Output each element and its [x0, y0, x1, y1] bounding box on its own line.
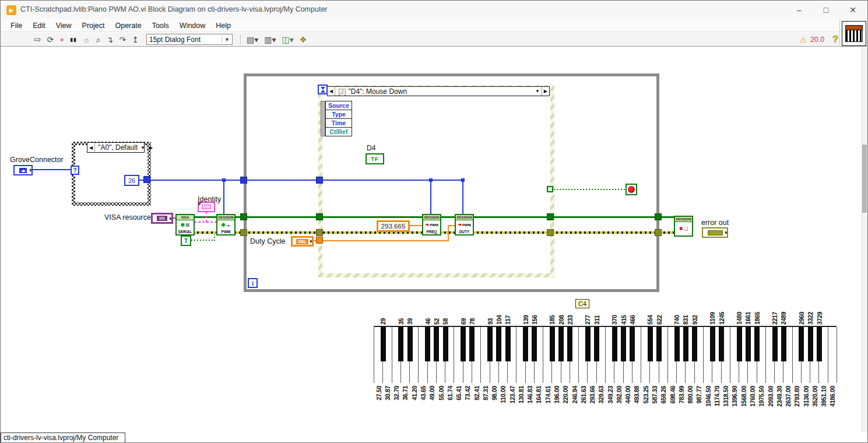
- pause-button-icon[interactable]: ▮▮: [67, 33, 80, 46]
- case-numeric-constant[interactable]: 26: [124, 175, 139, 186]
- black-key[interactable]: [594, 327, 599, 361]
- black-key[interactable]: [808, 327, 813, 361]
- black-key[interactable]: [407, 327, 413, 361]
- black-key[interactable]: [434, 327, 439, 361]
- help-icon[interactable]: ?: [832, 34, 838, 45]
- black-key[interactable]: [443, 327, 448, 361]
- white-key-frequency: 2793.80: [793, 386, 800, 407]
- black-key[interactable]: [746, 327, 751, 361]
- menu-help[interactable]: Help: [210, 22, 236, 30]
- resize-objects-icon[interactable]: ◫▾: [279, 33, 297, 46]
- pwm-session-close-block[interactable]: SESSION ✖❏: [674, 216, 693, 237]
- vi-icon[interactable]: [842, 21, 866, 46]
- menu-tools[interactable]: Tools: [147, 22, 174, 30]
- black-key[interactable]: [469, 327, 475, 361]
- error-out-indicator[interactable]: [702, 227, 728, 238]
- black-key[interactable]: [719, 327, 724, 361]
- black-key[interactable]: [461, 327, 466, 361]
- event-next-arrow[interactable]: ▶: [542, 87, 549, 96]
- black-key[interactable]: [398, 327, 403, 361]
- frequency-constant[interactable]: 293.665: [377, 220, 410, 232]
- black-key[interactable]: [754, 327, 760, 361]
- loop-iteration-terminal[interactable]: i: [248, 278, 258, 288]
- run-continuous-icon[interactable]: ⟳: [44, 33, 57, 46]
- event-data-node-bar[interactable]: [321, 101, 325, 136]
- step-into-icon[interactable]: ↴: [104, 33, 117, 46]
- menu-project[interactable]: Project: [77, 22, 110, 30]
- black-key[interactable]: [772, 327, 778, 361]
- piano-keyboard[interactable]: [374, 326, 837, 383]
- vertical-scrollbar[interactable]: [862, 47, 867, 433]
- pwm-set-frequency-block[interactable]: SESSION ➜PWM FREQ: [422, 214, 441, 235]
- wire-grove: [31, 169, 71, 170]
- white-key[interactable]: [828, 327, 837, 383]
- minimize-button[interactable]: –: [786, 1, 813, 19]
- close-button[interactable]: ✕: [839, 1, 866, 19]
- white-key-frequency: 98.00: [491, 386, 498, 400]
- run-button-icon[interactable]: ⇨: [31, 33, 44, 46]
- black-key[interactable]: [496, 327, 501, 361]
- grove-connector-control[interactable]: ◀▶: [13, 165, 33, 175]
- black-key[interactable]: [585, 327, 591, 361]
- event-selector-header[interactable]: ◀ [2]"D4": Mouse Down ▼ ▶: [327, 86, 550, 96]
- true-constant[interactable]: T: [181, 235, 191, 246]
- black-key[interactable]: [630, 327, 635, 361]
- black-key[interactable]: [567, 327, 572, 361]
- black-key[interactable]: [381, 327, 386, 361]
- align-objects-icon[interactable]: ▤▾: [244, 33, 261, 46]
- black-key[interactable]: [558, 327, 564, 361]
- black-key[interactable]: [710, 327, 715, 361]
- menu-file[interactable]: File: [5, 22, 27, 30]
- black-key-frequency: 740: [673, 315, 680, 325]
- distribute-objects-icon[interactable]: ▥▾: [261, 33, 279, 46]
- visa-resource-control[interactable]: I/O: [151, 213, 173, 224]
- black-key[interactable]: [799, 327, 804, 361]
- menu-operate[interactable]: Operate: [110, 22, 146, 30]
- abort-button-icon[interactable]: ●: [57, 33, 67, 46]
- font-selector[interactable]: 15pt Dialog Font ▼: [146, 34, 233, 45]
- black-key[interactable]: [550, 327, 555, 361]
- retain-wire-values-icon[interactable]: ⌕: [93, 33, 104, 46]
- loop-stop-terminal[interactable]: [625, 184, 637, 195]
- case-dropdown-caret[interactable]: ▼: [140, 145, 147, 150]
- menu-edit[interactable]: Edit: [27, 22, 51, 30]
- black-key[interactable]: [817, 327, 822, 361]
- black-key[interactable]: [683, 327, 688, 361]
- black-key[interactable]: [648, 327, 653, 361]
- black-key[interactable]: [505, 327, 511, 361]
- black-key[interactable]: [656, 327, 662, 361]
- d4-boolean-terminal[interactable]: TF: [366, 153, 384, 164]
- black-key[interactable]: [692, 327, 697, 361]
- vertical-scrollbar-thumb[interactable]: [862, 145, 867, 213]
- warning-icon[interactable]: ⚠: [800, 36, 807, 44]
- maximize-button[interactable]: □: [813, 1, 839, 19]
- black-key[interactable]: [612, 327, 617, 361]
- black-key[interactable]: [737, 327, 742, 361]
- case-prev-arrow[interactable]: ◀: [87, 143, 95, 152]
- black-key[interactable]: [487, 327, 493, 361]
- black-key[interactable]: [532, 327, 537, 361]
- duty-cycle-control[interactable]: DBL: [291, 236, 314, 247]
- black-key[interactable]: [674, 327, 680, 361]
- error-out-label: error out: [701, 219, 729, 227]
- case-selector-header[interactable]: ◀ "A0", Default ▼ ▶: [87, 142, 145, 153]
- case-next-arrow[interactable]: ▶: [147, 143, 154, 152]
- event-prev-arrow[interactable]: ◀: [328, 87, 335, 96]
- menu-view[interactable]: View: [51, 22, 77, 30]
- chevron-down-icon[interactable]: ▼: [222, 37, 230, 43]
- menu-window[interactable]: Window: [174, 22, 210, 30]
- visa-configure-serial-block[interactable]: VISA ✱▦ SERIAL: [175, 214, 195, 235]
- pwm-session-init-block[interactable]: SESSION ✱ㅗ PWM: [216, 214, 236, 235]
- highlight-execution-icon[interactable]: ☼: [80, 33, 93, 46]
- event-dropdown-caret[interactable]: ▼: [535, 89, 542, 94]
- black-key[interactable]: [523, 327, 528, 361]
- wire-blue-drop-duty: [462, 181, 463, 214]
- step-over-icon[interactable]: ↷: [117, 33, 129, 46]
- pwm-set-duty-block[interactable]: SESSION ➜PWM DUTY: [455, 214, 474, 235]
- black-key[interactable]: [425, 327, 430, 361]
- event-structure[interactable]: [318, 85, 554, 277]
- step-out-icon[interactable]: ↥: [129, 33, 142, 46]
- black-key[interactable]: [621, 327, 626, 361]
- clean-up-diagram-icon[interactable]: ❖: [297, 33, 310, 46]
- black-key[interactable]: [781, 327, 786, 361]
